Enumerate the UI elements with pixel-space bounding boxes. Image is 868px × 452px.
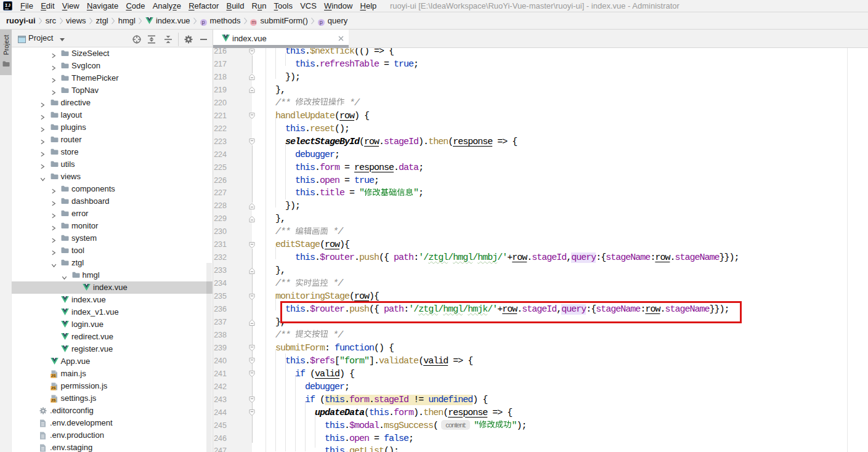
svg-text:JS: JS	[51, 386, 55, 390]
svg-text:JS: JS	[51, 398, 55, 402]
svg-text:JS: JS	[51, 374, 55, 377]
